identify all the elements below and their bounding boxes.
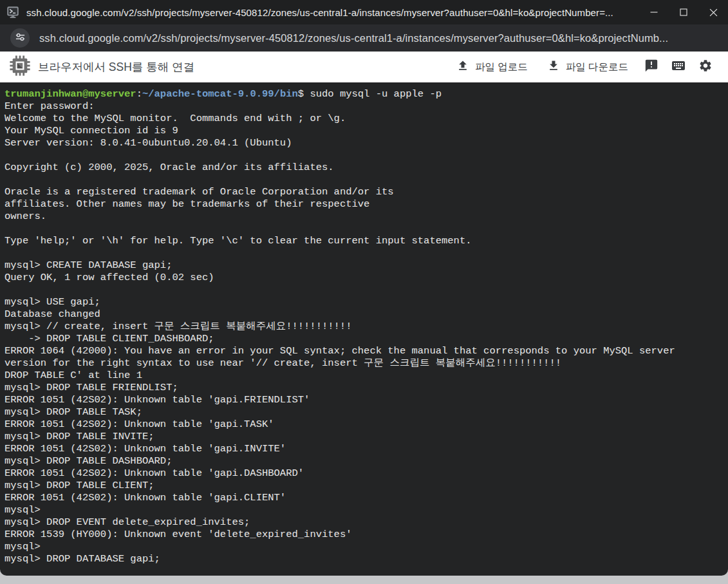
url-text[interactable]: ssh.cloud.google.com/v2/ssh/projects/mys… [39,32,668,44]
terminal-line: ERROR 1051 (42S02): Unknown table 'gapi.… [5,443,725,455]
tune-icon [15,32,26,45]
terminal-line: mysql> DROP TABLE CLIENT; [5,480,725,492]
window-titlebar: ssh.cloud.google.com/v2/ssh/projects/mys… [0,0,728,24]
ssh-terminal-icon [6,5,20,19]
ssh-app-header: 브라우저에서 SSH를 통해 연결 파일 업로드 파일 다운로드 [0,52,728,82]
terminal-line: ERROR 1051 (42S02): Unknown table 'gapi.… [5,394,725,406]
prompt-user: trumanjinhwan@myserver [5,88,136,100]
maximize-icon [680,8,687,16]
settings-button[interactable] [692,53,719,80]
terminal-line: ERROR 1539 (HY000): Unknown event 'delet… [5,529,725,541]
feedback-icon [644,59,658,75]
download-icon [547,59,560,75]
file-download-button[interactable]: 파일 다운로드 [537,55,638,79]
terminal-line: mysql> DROP EVENT delete_expired_invites… [5,516,725,529]
terminal-line: owners. [5,211,725,223]
site-info-button[interactable] [10,28,30,48]
window-bottom-edge [0,576,728,584]
address-bar: ssh.cloud.google.com/v2/ssh/projects/mys… [0,24,728,52]
terminal-line: trumanjinhwan@myserver:~/apache-tomcat-9… [5,88,725,100]
terminal-line: mysql> [5,504,725,516]
terminal-line: Your MySQL connection id is 9 [5,125,725,137]
terminal-line: mysql> USE gapi; [5,296,725,308]
minimize-icon [650,8,658,16]
terminal-line: mysql> DROP TABLE FRIENDLIST; [5,382,725,394]
file-upload-button[interactable]: 파일 업로드 [447,55,537,79]
terminal-line [5,149,725,162]
terminal-line: Copyright (c) 2000, 2025, Oracle and/or … [5,162,725,174]
browser-app-window: ssh.cloud.google.com/v2/ssh/projects/mys… [0,0,728,584]
terminal-line: mysql> CREATE DATABASE gapi; [5,259,725,272]
terminal-line: Oracle is a registered trademark of Orac… [5,186,725,198]
terminal-line: Server version: 8.0.41-0ubuntu0.20.04.1 … [5,137,725,149]
terminal-line: DROP TABLE C' at line 1 [5,370,725,382]
file-download-label: 파일 다운로드 [566,61,628,74]
terminal-line: affiliates. Other names may be trademark… [5,198,725,211]
header-left: 브라우저에서 SSH를 통해 연결 [9,55,447,79]
terminal-line: Welcome to the MySQL monitor. Commands e… [5,113,725,125]
terminal-line: ERROR 1051 (42S02): Unknown table 'gapi.… [5,492,725,504]
window-title: ssh.cloud.google.com/v2/ssh/projects/mys… [26,7,639,18]
terminal-output[interactable]: trumanjinhwan@myserver:~/apache-tomcat-9… [0,82,728,576]
settings-gear-icon [698,59,713,75]
upload-icon [456,59,469,75]
terminal-line: mysql> DROP TABLE DASHBOARD; [5,455,725,467]
keyboard-icon [671,58,686,76]
window-controls [639,0,728,24]
terminal-text: $ sudo mysql -u apple -p [298,88,442,100]
terminal-line: Database changed [5,308,725,321]
terminal-text: : [136,88,142,100]
terminal-line [5,223,725,235]
terminal-line [5,174,725,186]
feedback-button[interactable] [638,53,665,80]
terminal-line: mysql> [5,541,725,553]
prompt-path: ~/apache-tomcat-9.0.99/bin [142,88,298,100]
page-title: 브라우저에서 SSH를 통해 연결 [38,59,194,75]
minimize-button[interactable] [639,0,669,24]
maximize-button[interactable] [669,0,698,24]
terminal-line: Query OK, 1 row affected (0.02 sec) [5,272,725,284]
compute-engine-chip-icon [9,55,31,79]
keyboard-button[interactable] [665,53,692,80]
terminal-line: Type 'help;' or '\h' for help. Type '\c'… [5,235,725,247]
terminal-line: Enter password: [5,100,725,113]
terminal-line: ERROR 1051 (42S02): Unknown table 'gapi.… [5,419,725,431]
terminal-line: mysql> DROP TABLE INVITE; [5,431,725,443]
terminal-line: version for the right syntax to use near… [5,357,725,370]
close-button[interactable] [698,0,728,24]
header-actions: 파일 업로드 파일 다운로드 [447,53,719,80]
file-upload-label: 파일 업로드 [475,61,528,74]
terminal-line: ERROR 1051 (42S02): Unknown table 'gapi.… [5,467,725,480]
terminal-line [5,284,725,296]
terminal-line [5,247,725,259]
terminal-line: ERROR 1064 (42000): You have an error in… [5,345,725,357]
terminal-line: mysql> DROP TABLE TASK; [5,406,725,419]
close-icon [709,8,718,17]
terminal-line: mysql> // create, insert 구문 스크립트 복붙해주세요!… [5,321,725,333]
terminal-line: -> DROP TABLE CLIENT_DASHBOARD; [5,333,725,345]
terminal-line: mysql> DROP DATABASE gapi; [5,553,725,565]
